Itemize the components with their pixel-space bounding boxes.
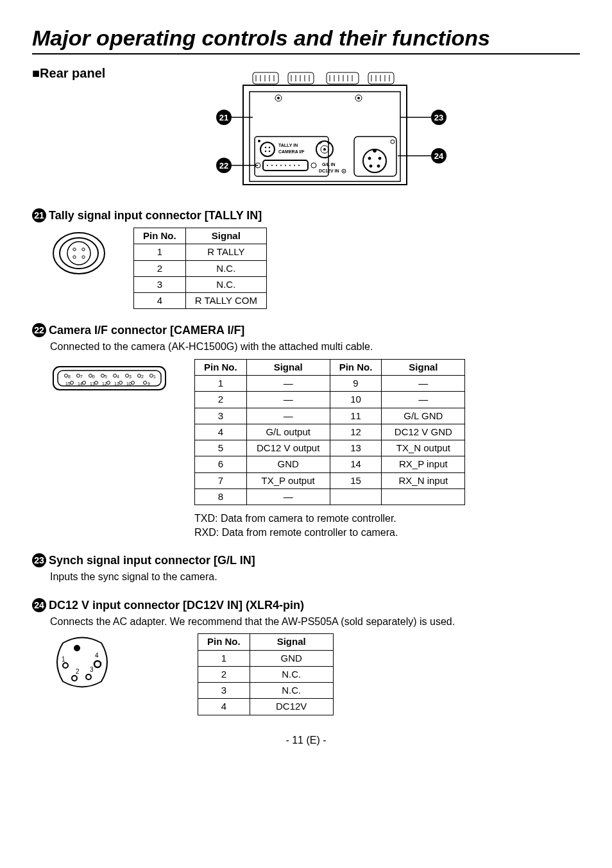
svg-point-96 [74, 645, 80, 651]
svg-point-40 [370, 165, 372, 167]
svg-point-74 [114, 374, 117, 377]
camera-if-diagram: 8 7 6 5 4 3 2 1 15 14 13 12 11 10 [50, 359, 169, 401]
tally-connector-diagram [50, 228, 108, 283]
svg-text:1: 1 [62, 656, 65, 663]
td: 6 [195, 456, 247, 472]
svg-text:G/L IN: G/L IN [322, 162, 335, 167]
svg-point-42 [373, 149, 377, 153]
svg-point-23 [280, 165, 282, 166]
note-rxd: RXD: Data from remote controller to came… [194, 526, 580, 540]
svg-rect-3 [368, 72, 394, 84]
item-heading-21: Tally signal input connector [TALLY IN] [49, 209, 262, 222]
svg-point-57 [53, 233, 105, 274]
td: R TALLY COM [185, 293, 266, 309]
svg-point-72 [101, 374, 105, 377]
tally-table: Pin No. Signal 1R TALLY 2N.C. 3N.C. 4R T… [133, 228, 267, 309]
th: Pin No. [195, 359, 247, 375]
td: N.C. [250, 666, 333, 682]
item-22: 22Camera I/F connector [CAMERA I/F] Conn… [32, 323, 580, 539]
svg-rect-1 [288, 72, 314, 84]
svg-point-99 [72, 676, 77, 681]
svg-text:21: 21 [219, 113, 228, 122]
td: N.C. [250, 683, 333, 699]
item-num-23: 23 [32, 553, 46, 567]
td: — [246, 488, 330, 505]
svg-text:2: 2 [141, 374, 144, 379]
svg-text:CAMERA I/F: CAMERA I/F [278, 149, 305, 154]
svg-point-58 [60, 238, 98, 269]
svg-point-21 [271, 165, 273, 166]
svg-point-88 [107, 381, 110, 384]
svg-point-86 [95, 381, 98, 384]
svg-point-70 [89, 374, 92, 377]
svg-point-39 [378, 157, 381, 160]
svg-text:1: 1 [153, 374, 156, 379]
th: Signal [382, 359, 465, 375]
svg-point-7 [277, 97, 280, 99]
svg-point-84 [83, 381, 86, 384]
rear-panel-heading: ■Rear panel [32, 66, 105, 81]
td: — [382, 392, 465, 408]
svg-text:22: 22 [219, 161, 228, 171]
td: 5 [195, 440, 247, 456]
td: — [382, 376, 465, 392]
svg-point-103 [94, 661, 101, 667]
svg-point-20 [267, 165, 268, 166]
td: GND [250, 650, 333, 666]
td: N.C. [185, 276, 266, 292]
td: 14 [330, 456, 382, 472]
item-num-24: 24 [32, 598, 46, 612]
th: Pin No. [134, 228, 186, 244]
td: 3 [198, 683, 250, 699]
td: 15 [330, 472, 382, 488]
item-24: 24DC12 V input connector [DC12V IN] (XLR… [32, 598, 580, 715]
svg-text:13: 13 [90, 381, 95, 386]
td: 1 [134, 244, 186, 260]
svg-point-90 [119, 381, 123, 384]
svg-point-44 [343, 171, 344, 172]
th: Signal [246, 359, 330, 375]
page-title: Major operating controls and their funct… [32, 26, 580, 51]
svg-point-13 [265, 147, 266, 148]
td: 3 [195, 408, 247, 424]
rear-panel-label: Rear panel [40, 66, 105, 80]
rear-panel-diagram: TALLY IN CAMERA I/F G/L IN DC12V IN [182, 66, 516, 194]
item-desc-23: Inputs the sync signal to the camera. [50, 570, 580, 584]
td: 7 [195, 472, 247, 488]
svg-text:14: 14 [78, 381, 83, 386]
td: — [246, 376, 330, 392]
svg-point-61 [82, 248, 85, 251]
td: 3 [134, 276, 186, 292]
svg-text:7: 7 [80, 374, 83, 379]
svg-text:15: 15 [65, 381, 71, 386]
item-num-22: 22 [32, 323, 46, 337]
svg-point-82 [71, 381, 74, 384]
td: N.C. [185, 260, 266, 276]
td: 13 [330, 440, 382, 456]
svg-text:24: 24 [434, 151, 444, 161]
item-heading-24: DC12 V input connector [DC12V IN] (XLR4-… [49, 599, 304, 612]
note-txd: TXD: Data from camera to remote controll… [194, 512, 580, 526]
td: RX_N input [382, 472, 465, 488]
svg-point-63 [82, 256, 85, 258]
svg-point-16 [269, 151, 270, 152]
svg-point-80 [150, 374, 153, 377]
td: R TALLY [185, 244, 266, 260]
td: RX_P input [382, 456, 465, 472]
td: 10 [330, 392, 382, 408]
camera-if-table: Pin No. Signal Pin No. Signal 1—9— 2—10—… [194, 359, 465, 505]
td: 1 [195, 376, 247, 392]
svg-text:11: 11 [114, 381, 119, 386]
svg-point-92 [132, 381, 135, 384]
svg-point-15 [265, 151, 266, 152]
svg-point-26 [294, 165, 295, 166]
svg-point-14 [269, 147, 270, 148]
svg-text:6: 6 [92, 374, 95, 379]
svg-text:12: 12 [102, 381, 107, 386]
td: 4 [195, 424, 247, 440]
title-rule [32, 53, 580, 54]
dc12v-table: Pin No. Signal 1GND 2N.C. 3N.C. 4DC12V [198, 633, 334, 715]
svg-text:9: 9 [148, 381, 150, 386]
svg-point-101 [86, 674, 91, 680]
item-23: 23Synch signal input connector [G/L IN] … [32, 553, 580, 584]
